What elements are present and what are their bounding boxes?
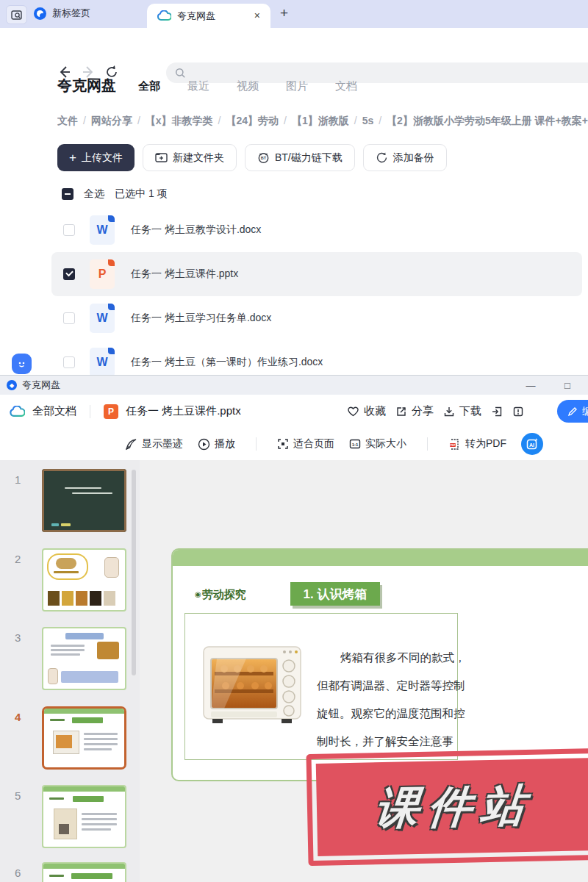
text-line-bar xyxy=(84,743,118,745)
oven-window xyxy=(56,735,72,748)
food-photo xyxy=(62,591,74,606)
blackboard-graphic xyxy=(42,469,126,532)
slide-thumbnail-5[interactable]: 5 xyxy=(0,785,140,848)
thumb-canvas[interactable] xyxy=(42,862,126,882)
edit-button[interactable]: 编辑 xyxy=(557,400,588,423)
slide-thumbnail-2[interactable]: 2 xyxy=(0,548,140,612)
tab-close-icon[interactable]: × xyxy=(254,10,260,21)
tab-all[interactable]: 全部 xyxy=(138,79,160,93)
thumb-canvas[interactable] xyxy=(42,548,126,612)
breadcrumb-item[interactable]: 5s xyxy=(362,115,374,128)
breadcrumb-item[interactable]: 【24】劳动 xyxy=(226,115,279,128)
netdisk-nav-tabs: 全部 最近 视频 图片 文档 xyxy=(138,79,357,93)
new-folder-button[interactable]: 新建文件夹 xyxy=(143,144,237,171)
slide-green-band xyxy=(173,550,588,566)
breadcrumb-item-current[interactable]: 【2】浙教版小学劳动5年级上册 课件+教案+ xyxy=(387,115,588,128)
file-row[interactable]: W 任务一 烤土豆教学设计.docx xyxy=(0,208,588,252)
body-line: 烤箱有很多不同的款式， xyxy=(317,644,471,672)
tab-new-page[interactable]: 新标签页 xyxy=(34,7,90,20)
row-checkbox[interactable] xyxy=(63,312,75,324)
ai-assistant-button[interactable]: AI xyxy=(521,433,543,455)
breadcrumb-item[interactable]: 文件 xyxy=(57,115,78,128)
thumb-canvas[interactable] xyxy=(42,469,126,532)
minimize-button[interactable]: — xyxy=(516,376,545,395)
breadcrumb-item[interactable]: 【1】浙教版 xyxy=(292,115,349,128)
thumb-canvas[interactable] xyxy=(42,627,126,690)
file-name[interactable]: 任务一 烤土豆课件.pptx xyxy=(131,268,238,281)
select-all-label[interactable]: 全选 xyxy=(84,187,104,201)
slide-thumbnail-6[interactable]: 6 xyxy=(0,862,140,882)
potatoes-graphic xyxy=(56,558,76,569)
fit-page-icon xyxy=(277,438,289,450)
tab-image[interactable]: 图片 xyxy=(286,79,308,93)
selected-unit: 项 xyxy=(157,187,168,199)
actual-size-icon: 1:1 xyxy=(349,438,361,450)
share-button[interactable]: 分享 xyxy=(395,404,434,418)
file-name[interactable]: 任务一 烤土豆教学设计.docx xyxy=(131,223,261,237)
thumb-number: 6 xyxy=(15,867,21,879)
thumb-canvas[interactable] xyxy=(42,785,126,848)
slide-thumbnail-1[interactable]: 1 xyxy=(0,469,140,532)
viewer-title-bar[interactable]: ◆ 夸克网盘 xyxy=(0,376,588,395)
breadcrumb-item[interactable]: 【x】非教学类 xyxy=(146,115,213,128)
row-checkbox[interactable] xyxy=(63,356,75,368)
slide-thumbnail-3[interactable]: 3 xyxy=(0,627,140,690)
bt-download-button[interactable]: BT BT/磁力链下载 xyxy=(245,144,355,171)
food-photo xyxy=(76,591,87,606)
viewer-toolbar: 全部文档 P 任务一 烤土豆课件.pptx 收藏 分享 xyxy=(0,395,588,429)
plus-icon: + xyxy=(69,151,76,165)
new-tab-button[interactable]: + xyxy=(280,5,288,21)
ai-icon: AI xyxy=(526,437,539,451)
viewer-file-name: 任务一 烤土豆课件.pptx xyxy=(126,404,241,418)
all-docs-link[interactable]: 全部文档 xyxy=(32,404,76,418)
fit-page-button[interactable]: 适合页面 xyxy=(277,437,334,451)
thought-cloud-graphic xyxy=(47,553,88,580)
actual-size-button[interactable]: 1:1 实际大小 xyxy=(349,437,406,451)
feedback-button[interactable] xyxy=(512,406,524,417)
watermark-text: 课件站 xyxy=(373,775,537,839)
breadcrumb-item[interactable]: 网站分享 xyxy=(91,115,132,128)
add-backup-button[interactable]: 添加备份 xyxy=(363,144,447,171)
text-line-bar xyxy=(82,818,117,820)
to-pdf-button[interactable]: PDF 转为PDF xyxy=(448,437,506,451)
green-strip xyxy=(43,786,125,792)
download-label: 下载 xyxy=(459,404,481,418)
appliance-detail xyxy=(59,824,69,834)
pencil-icon xyxy=(567,406,578,417)
file-name[interactable]: 任务一 烤土豆（第一课时）作业练习.docx xyxy=(131,356,323,369)
breadcrumb-separator: / xyxy=(284,115,287,128)
play-button[interactable]: 播放 xyxy=(198,437,235,451)
maximize-button[interactable]: □ xyxy=(553,376,582,395)
blue-banner-graphic xyxy=(65,633,104,639)
ppt-badge-icon: P xyxy=(104,404,118,419)
thumb-canvas[interactable] xyxy=(42,706,126,770)
slide-canvas[interactable]: ◉劳动探究 1. 认识烤箱 xyxy=(171,548,588,781)
ppt-file-icon: P xyxy=(90,259,115,289)
upload-file-button[interactable]: + 上传文件 xyxy=(57,144,135,171)
save-to-button[interactable] xyxy=(491,406,503,417)
tab-quark-netdisk[interactable]: 夸克网盘 × xyxy=(147,4,270,28)
thumb-number: 4 xyxy=(15,711,21,723)
select-all-checkbox[interactable] xyxy=(62,188,74,200)
browser-toolbar xyxy=(0,28,588,59)
thumb-number: 2 xyxy=(15,553,21,565)
tab-video[interactable]: 视频 xyxy=(237,79,259,93)
row-checkbox[interactable] xyxy=(63,224,75,236)
favorite-button[interactable]: 收藏 xyxy=(347,404,386,418)
breadcrumb-separator: / xyxy=(83,115,86,128)
play-label: 播放 xyxy=(215,437,235,451)
slide-thumbnail-4-selected[interactable]: 4 xyxy=(0,706,140,771)
assistant-floating-button[interactable] xyxy=(12,354,32,374)
oven-graphic xyxy=(202,641,302,728)
show-ink-label: 显示墨迹 xyxy=(142,437,183,451)
row-checkbox-checked[interactable] xyxy=(63,268,75,280)
tab-recent[interactable]: 最近 xyxy=(187,79,209,93)
file-name[interactable]: 任务一 烤土豆学习任务单.docx xyxy=(131,312,271,325)
tab-doc[interactable]: 文档 xyxy=(335,79,357,93)
file-row-selected[interactable]: P 任务一 烤土豆课件.pptx xyxy=(51,252,582,296)
file-row[interactable]: W 任务一 烤土豆学习任务单.docx xyxy=(0,296,588,340)
tab-search-button[interactable] xyxy=(6,5,27,24)
show-ink-button[interactable]: 显示墨迹 xyxy=(125,437,183,451)
download-button[interactable]: 下载 xyxy=(443,404,481,418)
section-label-text: 劳动探究 xyxy=(202,588,246,600)
